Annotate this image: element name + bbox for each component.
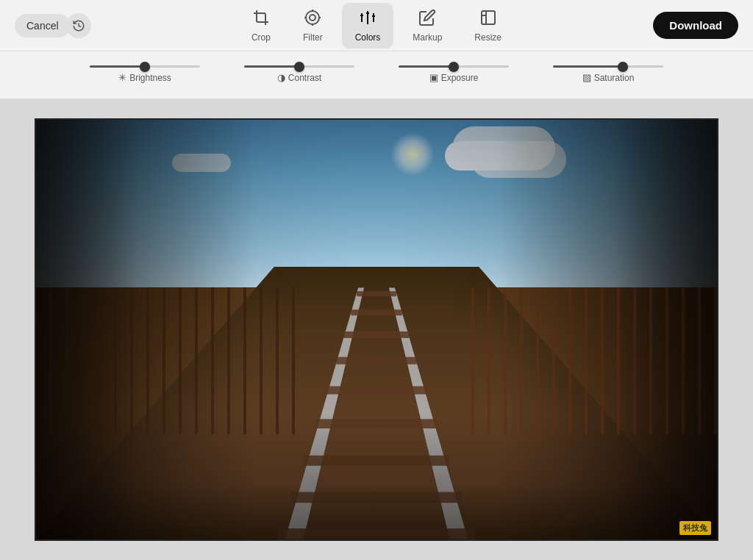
- brightness-slider[interactable]: [90, 65, 200, 68]
- tool-items: Crop Filter: [238, 3, 515, 49]
- brightness-slider-group: ✳ Brightness: [90, 65, 200, 83]
- tool-colors[interactable]: Colors: [342, 3, 394, 49]
- sliders-bar: ✳ Brightness ◑ Contrast ▣ Exposure ▨ Sat…: [0, 51, 753, 99]
- contrast-slider-group: ◑ Contrast: [244, 65, 354, 83]
- crop-icon: [252, 9, 270, 29]
- watermark: 科技兔: [679, 521, 711, 535]
- brightness-label: ✳ Brightness: [118, 72, 171, 83]
- svg-rect-16: [351, 309, 402, 315]
- railway-scene: 科技兔: [36, 120, 717, 539]
- svg-rect-18: [336, 357, 417, 365]
- exposure-icon: ▣: [429, 72, 438, 83]
- fence-left: [36, 287, 295, 434]
- tool-resize-label: Resize: [474, 32, 502, 43]
- exposure-label: ▣ Exposure: [429, 72, 479, 83]
- exposure-slider[interactable]: [399, 65, 509, 68]
- svg-rect-17: [343, 331, 410, 338]
- tool-filter[interactable]: Filter: [290, 3, 336, 49]
- cancel-button[interactable]: Cancel: [15, 14, 71, 37]
- resize-icon: [479, 9, 497, 29]
- image-canvas: 科技兔: [35, 118, 718, 541]
- contrast-label: ◑ Contrast: [277, 72, 321, 83]
- markup-icon: [418, 9, 436, 29]
- svg-point-1: [306, 11, 319, 24]
- tool-markup-label: Markup: [413, 32, 442, 43]
- exposure-slider-group: ▣ Exposure: [399, 65, 509, 83]
- toolbar: Cancel Crop: [0, 0, 753, 51]
- tool-crop[interactable]: Crop: [238, 3, 284, 49]
- tool-crop-label: Crop: [251, 32, 271, 43]
- saturation-icon: ▨: [582, 72, 591, 83]
- colors-icon: [359, 9, 376, 29]
- download-button[interactable]: Download: [653, 12, 738, 39]
- contrast-icon: ◑: [277, 72, 285, 83]
- tool-markup[interactable]: Markup: [399, 3, 455, 49]
- tool-colors-label: Colors: [355, 32, 381, 43]
- tool-resize[interactable]: Resize: [461, 3, 515, 49]
- saturation-label: ▨ Saturation: [582, 72, 635, 83]
- image-area: 科技兔: [0, 99, 753, 560]
- history-button[interactable]: [66, 13, 91, 38]
- filter-icon: [304, 9, 321, 29]
- svg-point-0: [310, 15, 315, 21]
- svg-rect-15: [357, 291, 396, 296]
- svg-rect-19: [326, 386, 427, 394]
- fence-right: [458, 287, 717, 434]
- brightness-icon: ✳: [118, 72, 126, 83]
- tool-filter-label: Filter: [303, 32, 323, 43]
- saturation-slider[interactable]: [553, 65, 663, 68]
- saturation-slider-group: ▨ Saturation: [553, 65, 663, 83]
- contrast-slider[interactable]: [244, 65, 354, 68]
- svg-rect-12: [482, 11, 495, 24]
